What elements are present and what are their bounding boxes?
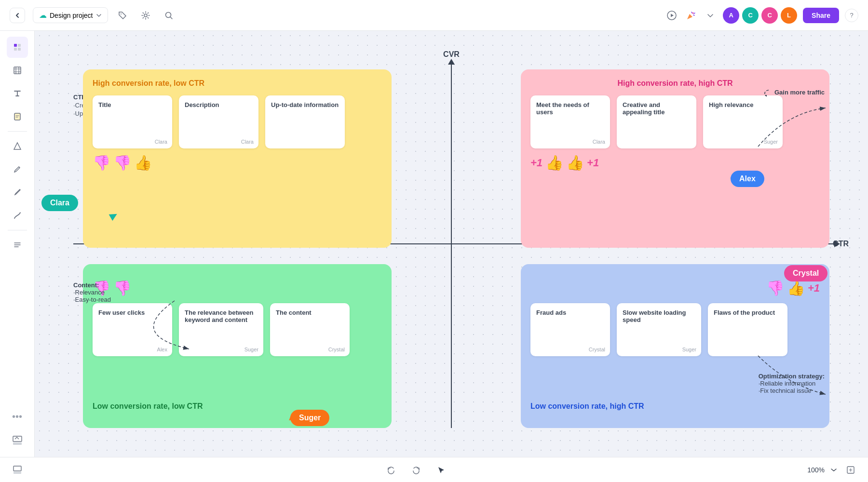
bottom-toolbar-left bbox=[10, 462, 25, 478]
avatar-c1[interactable]: C bbox=[742, 7, 759, 24]
thumbdown-5: 👎 bbox=[766, 280, 784, 296]
sidebar-divider2 bbox=[8, 230, 27, 230]
bottom-toolbar-center bbox=[383, 462, 449, 478]
back-button[interactable] bbox=[10, 8, 25, 23]
clara-label-text: Clara bbox=[50, 199, 69, 207]
project-pill[interactable]: ☁ Design project bbox=[33, 7, 108, 23]
crystal-label-text: Crystal bbox=[793, 269, 819, 278]
settings-icon[interactable] bbox=[139, 9, 152, 22]
card-high-relevance[interactable]: High relevance Suger bbox=[703, 95, 783, 148]
avatar-l[interactable]: L bbox=[781, 7, 797, 24]
q-tl-title: High conversion rate, low CTR bbox=[93, 79, 382, 88]
main-area: ••• CVR CTR CTR: ·Creative ·Up-to-date bbox=[0, 31, 868, 457]
undo-button[interactable] bbox=[383, 462, 399, 478]
suger-label-text: Suger bbox=[299, 414, 321, 422]
card-relevance-keyword[interactable]: The relevance between keyword and conten… bbox=[179, 303, 263, 356]
opt-item-2: ·Fix technical issue bbox=[759, 387, 825, 394]
opt-item-1: ·Reliable information bbox=[759, 380, 825, 387]
card-title-text: Title bbox=[98, 101, 111, 108]
quadrant-top-left: High conversion rate, low CTR Title Clar… bbox=[83, 69, 392, 248]
content-item-1: ·Relevance bbox=[73, 289, 111, 296]
sidebar-connector-icon[interactable] bbox=[7, 205, 28, 226]
thumbdown-2: 👎 bbox=[113, 154, 131, 171]
card-relevance-keyword-author: Suger bbox=[244, 347, 258, 352]
topnav-icons bbox=[116, 9, 176, 22]
optimization-title: Optimization strategy: bbox=[759, 373, 825, 380]
thumbnail-button[interactable] bbox=[10, 462, 25, 478]
zoom-chevron-icon[interactable] bbox=[830, 467, 837, 473]
quadrant-bottom-left: 👎 👎 Few user clicks Alex The relevance b… bbox=[83, 264, 392, 428]
card-content[interactable]: The content Crystal bbox=[270, 303, 350, 356]
card-slow-loading[interactable]: Slow website loading speed Suger bbox=[617, 303, 701, 356]
suger-user-group: ▶ Suger bbox=[290, 413, 297, 423]
card-few-clicks-text: Few user clicks bbox=[98, 309, 145, 316]
crystal-user-group: ▶ Crystal bbox=[784, 268, 791, 279]
curved-arrow-icon bbox=[762, 89, 770, 97]
content-annotation-title: Content: bbox=[73, 281, 111, 289]
q-br-cards: Fraud ads Crystal Slow website loading s… bbox=[530, 303, 820, 356]
help-button[interactable]: ? bbox=[845, 9, 858, 22]
card-description[interactable]: Description Clara bbox=[179, 95, 258, 148]
topnav: ☁ Design project A C C bbox=[0, 0, 868, 31]
sidebar-pages-icon[interactable] bbox=[7, 37, 28, 58]
play-icon[interactable] bbox=[665, 9, 678, 22]
svg-point-2 bbox=[165, 12, 171, 17]
card-meet-needs-author: Clara bbox=[593, 139, 605, 145]
sidebar-more-icon[interactable]: ••• bbox=[12, 411, 22, 422]
sidebar-pencil-icon[interactable] bbox=[7, 182, 28, 203]
sidebar-frame-icon[interactable] bbox=[7, 60, 28, 81]
sidebar-footer-icon[interactable] bbox=[7, 430, 28, 451]
zoom-level[interactable]: 100% bbox=[807, 466, 825, 474]
svg-rect-7 bbox=[14, 48, 17, 51]
plus-counter-1: +1 bbox=[530, 157, 542, 169]
card-relevance-keyword-text: The relevance between keyword and conten… bbox=[185, 309, 253, 323]
redo-button[interactable] bbox=[408, 462, 424, 478]
card-fraud-ads[interactable]: Fraud ads Crystal bbox=[530, 303, 610, 356]
avatar-a[interactable]: A bbox=[723, 7, 739, 24]
celebration-icon[interactable] bbox=[684, 9, 698, 22]
card-title-author: Clara bbox=[155, 139, 167, 145]
card-high-relevance-text: High relevance bbox=[709, 101, 754, 108]
dropdown-icon[interactable] bbox=[704, 9, 717, 22]
thumbdown-1: 👎 bbox=[93, 154, 110, 171]
svg-point-0 bbox=[121, 13, 122, 14]
suger-label: Suger bbox=[290, 410, 329, 426]
select-tool[interactable] bbox=[434, 462, 449, 478]
avatar-group: A C C L bbox=[723, 7, 797, 24]
quadrant-bottom-right: 👎 👍 +1 Fraud ads Crystal Slow website lo… bbox=[521, 264, 829, 428]
card-creative-title[interactable]: Creative and appealing title bbox=[617, 95, 696, 148]
q-br-reactions: 👎 👍 +1 bbox=[530, 280, 820, 296]
svg-rect-8 bbox=[18, 48, 21, 51]
project-name: Design project bbox=[50, 12, 93, 19]
clara-label: Clara bbox=[41, 195, 78, 211]
card-few-clicks[interactable]: Few user clicks Alex bbox=[93, 303, 172, 356]
sidebar-list-icon[interactable] bbox=[7, 234, 28, 255]
card-flaws[interactable]: Flaws of the product bbox=[708, 303, 787, 356]
svg-rect-10 bbox=[14, 113, 20, 120]
clara-user-group: ▶ Clara bbox=[109, 209, 117, 221]
cloud-icon: ☁ bbox=[39, 11, 47, 20]
crystal-label: Crystal bbox=[784, 265, 827, 281]
bottom-toolbar-right: 100% bbox=[807, 462, 858, 478]
fit-view-button[interactable] bbox=[843, 462, 858, 478]
avatar-c2[interactable]: C bbox=[761, 7, 778, 24]
card-content-author: Crystal bbox=[328, 347, 345, 352]
card-few-clicks-author: Alex bbox=[157, 347, 167, 352]
sidebar-text-icon[interactable] bbox=[7, 83, 28, 104]
sidebar-pen-icon[interactable] bbox=[7, 159, 28, 180]
search-icon[interactable] bbox=[162, 9, 176, 22]
card-uptodate[interactable]: Up-to-date information bbox=[265, 95, 345, 148]
sidebar-note-icon[interactable] bbox=[7, 106, 28, 127]
canvas[interactable]: CVR CTR CTR: ·Creative ·Up-to-date High … bbox=[35, 31, 868, 457]
share-button[interactable]: Share bbox=[803, 8, 839, 23]
card-title[interactable]: Title Clara bbox=[93, 95, 172, 148]
sidebar-divider bbox=[8, 131, 27, 132]
tag-icon[interactable] bbox=[116, 9, 129, 22]
svg-rect-19 bbox=[14, 466, 21, 471]
topnav-left: ☁ Design project bbox=[10, 7, 176, 23]
cvr-arrow bbox=[448, 59, 455, 65]
card-meet-needs[interactable]: Meet the needs of users Clara bbox=[530, 95, 610, 148]
sidebar-shape-icon[interactable] bbox=[7, 135, 28, 157]
alex-label-text: Alex bbox=[739, 174, 756, 183]
chevron-down-icon bbox=[96, 13, 102, 18]
